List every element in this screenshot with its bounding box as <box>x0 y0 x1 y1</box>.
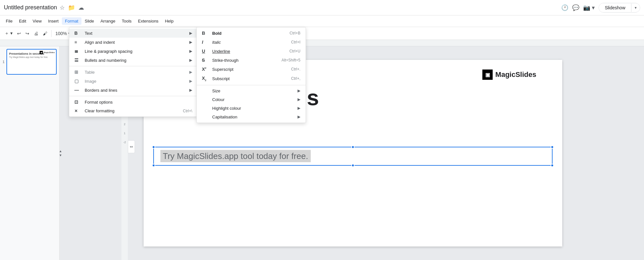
spacing-menu-icon: ≣ <box>74 49 81 54</box>
logo-text: MagicSlides <box>495 70 536 79</box>
align-menu-icon: ≡ <box>74 40 81 45</box>
subscript-label: Subscript <box>212 76 286 81</box>
highlight-colour-arrow-icon: ▶ <box>298 106 300 110</box>
slideshow-button[interactable]: Slideshow ▾ <box>599 3 640 13</box>
paint-format-btn[interactable]: 🖌 <box>41 30 49 37</box>
underline-shortcut: Ctrl+U <box>289 49 300 53</box>
title-icons: ☆ 📁 ☁ <box>60 4 561 11</box>
strikethrough-icon: S <box>202 58 208 63</box>
format-menu-text[interactable]: B Text ▶ <box>69 29 197 38</box>
slideshow-btn-main[interactable]: Slideshow <box>599 3 631 12</box>
text-submenu-colour[interactable]: Colour ▶ <box>197 95 306 104</box>
sub-text-container[interactable]: Try MagicSlides.app tool today for free. <box>154 147 552 165</box>
underline-label: Underline <box>212 49 284 54</box>
slide-logo: ▣ MagicSlides <box>482 70 536 80</box>
format-menu-table[interactable]: ⊞ Table ▶ <box>69 68 197 77</box>
collapse-icon: ⇔ <box>130 144 133 149</box>
menu-extensions[interactable]: Extensions <box>135 17 162 25</box>
text-menu-label: Text <box>85 31 187 36</box>
handle-bottom-left[interactable] <box>152 164 155 167</box>
superscript-label: Superscript <box>212 67 286 72</box>
slides-panel: 1 ▣ MagicSlides Presentations in seconds… <box>0 46 60 260</box>
format-menu-bullets[interactable]: ☰ Bullets and numbering ▶ <box>69 56 197 65</box>
strikethrough-label: Strike-through <box>212 58 276 63</box>
menu-insert[interactable]: Insert <box>45 17 62 25</box>
text-submenu-bold[interactable]: B Bold Ctrl+B <box>197 29 306 38</box>
menu-slide[interactable]: Slide <box>81 17 97 25</box>
menu-view[interactable]: View <box>29 17 45 25</box>
underline-icon: U <box>202 49 208 54</box>
text-submenu-subscript[interactable]: X2 Subscript Ctrl+, <box>197 74 306 84</box>
handle-top-left[interactable] <box>152 145 155 149</box>
options-menu-label: Format options <box>85 100 192 105</box>
text-submenu-highlight[interactable]: Highlight colour ▶ <box>197 104 306 113</box>
menu-help[interactable]: Help <box>162 17 177 25</box>
toolbar-divider-1 <box>51 30 52 37</box>
text-submenu-strikethrough[interactable]: S Strike-through Alt+Shift+5 <box>197 56 306 65</box>
menu-format[interactable]: Format <box>62 17 81 25</box>
menu-tools[interactable]: Tools <box>118 17 135 25</box>
highlight-colour-label: Highlight colour <box>212 106 295 111</box>
table-menu-icon: ⊞ <box>74 70 81 75</box>
print-btn[interactable]: 🖨 <box>32 30 40 37</box>
image-menu-icon: ▢ <box>74 79 81 84</box>
menu-arrange[interactable]: Arrange <box>97 17 118 25</box>
slideshow-btn-dropdown[interactable]: ▾ <box>631 4 640 12</box>
capitalisation-label: Capitalisation <box>212 115 295 119</box>
italic-label: Italic <box>212 40 286 45</box>
vruler-minus2: -2 <box>121 138 128 147</box>
text-submenu-superscript[interactable]: X2 Superscript Ctrl+. <box>197 65 306 74</box>
text-submenu-underline[interactable]: U Underline Ctrl+U <box>197 47 306 56</box>
capitalisation-arrow-icon: ▶ <box>298 115 300 119</box>
vruler-1: 1 <box>121 129 128 138</box>
cloud-icon[interactable]: ☁ <box>78 4 84 11</box>
table-arrow-icon: ▶ <box>189 70 192 74</box>
text-submenu-size[interactable]: Size ▶ <box>197 87 306 95</box>
text-menu-icon: B <box>74 31 81 36</box>
subscript-icon: X2 <box>202 76 208 82</box>
menu-file[interactable]: File <box>3 17 16 25</box>
menu-divider-1 <box>69 66 197 66</box>
redo-btn[interactable]: ↪ <box>24 30 31 37</box>
italic-icon: I <box>202 40 208 45</box>
folder-icon[interactable]: 📁 <box>68 4 75 11</box>
spacing-menu-label: Line & paragraph spacing <box>85 49 187 54</box>
colour-label: Colour <box>212 97 295 102</box>
format-menu-options[interactable]: ⊡ Format options <box>69 98 197 107</box>
add-slide-btn[interactable]: ＋ ▾ <box>3 29 14 38</box>
format-menu-clear[interactable]: ✕ Clear formatting Ctrl+\ <box>69 107 197 115</box>
document-title[interactable]: Untitled presentation <box>4 4 57 11</box>
slide-sub-text: Try MagicSlides.app tool today for free. <box>160 150 311 162</box>
text-submenu-capitalisation[interactable]: Capitalisation ▶ <box>197 113 306 121</box>
vruler-2: 2 <box>121 120 128 129</box>
size-arrow-icon: ▶ <box>298 88 300 93</box>
history-icon[interactable]: 🕐 <box>561 4 568 11</box>
align-menu-label: Align and indent <box>85 40 187 45</box>
text-submenu-divider <box>197 85 306 85</box>
thumb-logo-icon: ▣ <box>40 51 43 54</box>
undo-btn[interactable]: ↩ <box>15 30 23 37</box>
options-menu-icon: ⊡ <box>74 99 81 105</box>
slide-thumbnail-1[interactable]: ▣ MagicSlides Presentations in seconds T… <box>6 49 57 75</box>
bold-shortcut: Ctrl+B <box>289 31 300 35</box>
menu-edit[interactable]: Edit <box>16 17 29 25</box>
format-menu-spacing[interactable]: ≣ Line & paragraph spacing ▶ <box>69 47 197 56</box>
superscript-icon: X2 <box>202 67 208 72</box>
format-menu-borders[interactable]: — Borders and lines ▶ <box>69 86 197 95</box>
handle-top-center[interactable] <box>351 145 355 149</box>
handle-bottom-center[interactable] <box>351 164 355 167</box>
camera-icon[interactable]: 📷 ▾ <box>583 4 595 11</box>
comment-icon[interactable]: 💬 <box>572 4 579 11</box>
sidebar-collapse-btn[interactable]: ⇔ <box>128 140 135 153</box>
menu-bar: File Edit View Insert Format Slide Arran… <box>0 15 644 27</box>
clear-menu-label: Clear formatting <box>85 108 178 113</box>
format-menu-align[interactable]: ≡ Align and indent ▶ <box>69 38 197 47</box>
format-menu-image[interactable]: ▢ Image ▶ <box>69 77 197 86</box>
text-selection-box[interactable]: Try MagicSlides.app tool today for free. <box>153 147 553 166</box>
size-label: Size <box>212 88 295 93</box>
handle-bottom-right[interactable] <box>551 164 554 167</box>
image-menu-label: Image <box>85 79 187 84</box>
handle-top-right[interactable] <box>551 145 554 149</box>
star-icon[interactable]: ☆ <box>60 4 65 11</box>
text-submenu-italic[interactable]: I Italic Ctrl+I <box>197 38 306 47</box>
